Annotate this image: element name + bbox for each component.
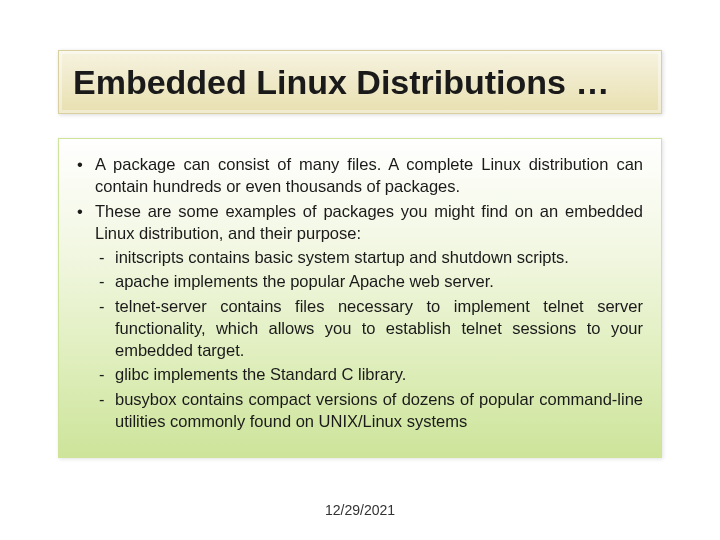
bullet-item: • A package can consist of many files. A… [77,153,643,198]
slide-title: Embedded Linux Distributions … [73,63,609,102]
title-box: Embedded Linux Distributions … [58,50,662,114]
bullet-item: • These are some examples of packages yo… [77,200,643,245]
content-box: • A package can consist of many files. A… [58,138,662,458]
dash-icon: - [99,246,115,268]
dash-icon: - [99,388,115,433]
dash-icon: - [99,295,115,362]
sub-text: busybox contains compact versions of doz… [115,388,643,433]
bullet-icon: • [77,153,95,198]
sub-text: initscripts contains basic system startu… [115,246,643,268]
sub-item: - telnet-server contains files necessary… [77,295,643,362]
dash-icon: - [99,270,115,292]
sub-text: telnet-server contains files necessary t… [115,295,643,362]
bullet-text: These are some examples of packages you … [95,200,643,245]
sub-item: - initscripts contains basic system star… [77,246,643,268]
bullet-text: A package can consist of many files. A c… [95,153,643,198]
sub-item: - glibc implements the Standard C librar… [77,363,643,385]
footer-date: 12/29/2021 [0,502,720,518]
sub-item: - apache implements the popular Apache w… [77,270,643,292]
sub-text: glibc implements the Standard C library. [115,363,643,385]
sub-text: apache implements the popular Apache web… [115,270,643,292]
bullet-icon: • [77,200,95,245]
sub-item: - busybox contains compact versions of d… [77,388,643,433]
dash-icon: - [99,363,115,385]
